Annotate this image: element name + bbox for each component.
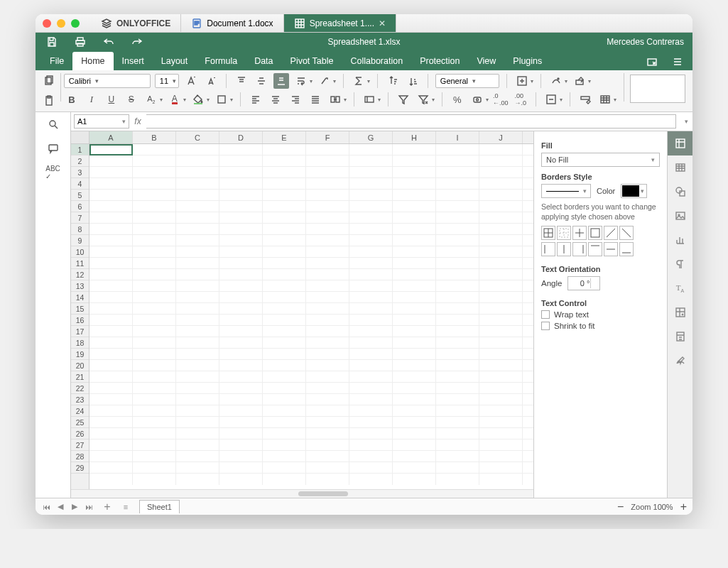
bold-button[interactable]: B <box>64 92 80 107</box>
increase-font-size-button[interactable] <box>183 73 199 89</box>
align-right-button[interactable] <box>288 92 303 107</box>
column-header[interactable]: G <box>349 131 393 143</box>
row-header[interactable]: 7 <box>71 212 89 224</box>
row-header[interactable]: 1 <box>71 144 89 155</box>
hamburger-menu-button[interactable] <box>670 54 685 70</box>
close-tab-icon[interactable]: ✕ <box>379 18 386 28</box>
comments-button[interactable] <box>45 141 61 156</box>
row-header[interactable]: 20 <box>71 360 89 371</box>
clear-button[interactable] <box>572 73 587 89</box>
sum-button[interactable] <box>351 73 366 89</box>
tab-view[interactable]: View <box>468 52 504 70</box>
column-header[interactable]: E <box>263 131 306 143</box>
conditional-format-button[interactable] <box>548 73 564 89</box>
sheet-prev-button[interactable]: ◀ <box>55 502 65 511</box>
row-header[interactable]: 21 <box>71 371 89 383</box>
save-button[interactable] <box>44 34 60 50</box>
shape-settings-tab[interactable] <box>668 180 693 204</box>
row-header[interactable]: 13 <box>71 280 89 292</box>
cell-style-button[interactable] <box>577 92 593 107</box>
border-inner-button[interactable] <box>572 226 587 240</box>
border-diag-down-button[interactable] <box>619 226 634 240</box>
search-button[interactable] <box>45 116 61 132</box>
zoom-out-button[interactable]: − <box>617 501 624 513</box>
image-settings-tab[interactable] <box>668 204 693 228</box>
decrease-font-size-button[interactable] <box>203 73 219 89</box>
delete-cells-button[interactable] <box>543 92 559 107</box>
tab-file[interactable]: File <box>41 52 72 70</box>
border-outer-button[interactable] <box>588 226 602 240</box>
percent-button[interactable]: % <box>450 92 465 107</box>
border-diag-up-button[interactable] <box>604 226 618 240</box>
paste-button[interactable] <box>41 93 57 109</box>
border-bottom-button[interactable] <box>619 242 634 256</box>
sheet-list-button[interactable]: ≡ <box>121 503 131 511</box>
active-cell[interactable] <box>89 144 133 155</box>
pivot-settings-tab[interactable] <box>668 300 693 324</box>
tab-home[interactable]: Home <box>72 52 113 70</box>
tab-collaboration[interactable]: Collaboration <box>342 52 411 70</box>
row-header[interactable]: 27 <box>71 439 89 451</box>
row-header[interactable]: 19 <box>71 349 89 360</box>
row-header[interactable]: 23 <box>71 394 89 405</box>
fill-select[interactable]: No Fill▾ <box>541 153 660 167</box>
border-right-button[interactable] <box>572 242 587 256</box>
decrease-decimal-button[interactable]: .0←.00 <box>493 92 509 107</box>
row-header[interactable]: 9 <box>71 235 89 246</box>
zoom-label[interactable]: Zoom 100% <box>631 503 673 511</box>
border-line-style-select[interactable]: ▾ <box>541 184 591 198</box>
row-header[interactable]: 29 <box>71 462 89 474</box>
sort-desc-button[interactable] <box>405 73 420 89</box>
row-header[interactable]: 4 <box>71 178 89 190</box>
fill-color-button[interactable] <box>190 92 206 107</box>
filter-button[interactable] <box>396 92 411 107</box>
column-header[interactable]: C <box>176 131 219 143</box>
accounting-button[interactable] <box>469 92 485 107</box>
sheet-last-button[interactable]: ⏭ <box>84 503 94 511</box>
add-sheet-button[interactable]: + <box>102 501 112 513</box>
row-header[interactable]: 12 <box>71 269 89 280</box>
row-header[interactable]: 11 <box>71 258 89 269</box>
tab-protection[interactable]: Protection <box>411 52 468 70</box>
wrap-text-checkbox[interactable]: Wrap text <box>541 310 660 319</box>
cell-style-preview[interactable] <box>630 75 685 103</box>
undo-button[interactable] <box>101 34 116 50</box>
font-name-select[interactable]: Calibri▾ <box>64 74 151 88</box>
format-table-button[interactable] <box>597 92 613 107</box>
open-file-location-button[interactable] <box>644 54 660 70</box>
underline-button[interactable]: U <box>104 92 119 107</box>
paragraph-settings-tab[interactable] <box>668 252 693 276</box>
row-header[interactable]: 16 <box>71 315 89 326</box>
align-bottom-button[interactable] <box>273 73 289 89</box>
italic-button[interactable]: I <box>84 92 99 107</box>
fx-icon[interactable]: fx <box>129 116 146 126</box>
spreadsheet-grid[interactable]: ABCDEFGHIJ 12345678910111213141516171819… <box>71 131 533 498</box>
minimize-window-button[interactable] <box>57 19 65 28</box>
align-center-button[interactable] <box>268 92 283 107</box>
border-none-button[interactable] <box>557 226 571 240</box>
named-range-button[interactable] <box>362 92 377 107</box>
spellcheck-button[interactable]: ABC✓ <box>45 165 61 180</box>
expand-formula-bar-icon[interactable]: ▾ <box>680 118 692 125</box>
signature-settings-tab[interactable] <box>668 349 693 373</box>
chart-settings-tab[interactable] <box>668 228 693 252</box>
column-header[interactable]: I <box>436 131 479 143</box>
document-tab-0[interactable]: Document 1.docx <box>181 14 283 32</box>
row-header[interactable]: 17 <box>71 326 89 337</box>
align-justify-button[interactable] <box>308 92 323 107</box>
row-header[interactable]: 26 <box>71 428 89 439</box>
tab-layout[interactable]: Layout <box>153 52 197 70</box>
tab-insert[interactable]: Insert <box>114 52 153 70</box>
column-header[interactable]: J <box>479 131 523 143</box>
zoom-in-button[interactable]: + <box>680 501 687 513</box>
border-color-select[interactable]: ▾ <box>621 184 647 198</box>
row-header[interactable]: 25 <box>71 417 89 428</box>
border-left-button[interactable] <box>541 242 555 256</box>
row-header[interactable]: 8 <box>71 224 89 235</box>
clear-filter-button[interactable] <box>415 92 431 107</box>
tab-plugins[interactable]: Plugins <box>504 52 550 70</box>
border-top-button[interactable] <box>588 242 602 256</box>
close-window-button[interactable] <box>43 19 51 28</box>
select-all-corner[interactable] <box>71 131 89 143</box>
column-header[interactable]: D <box>219 131 263 143</box>
